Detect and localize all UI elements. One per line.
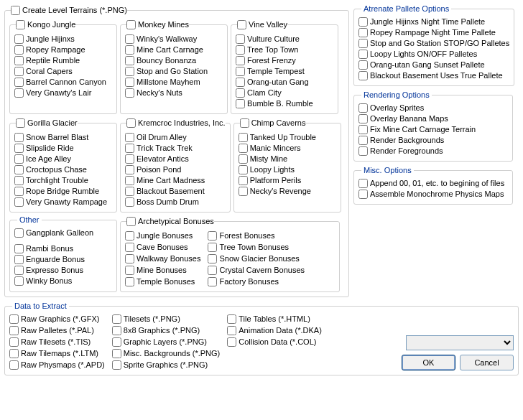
level-enguarde-bonus-check[interactable]: Enguarde Bonus [14, 254, 112, 264]
bonus-forest-bonuses-check[interactable]: Forest Bonuses [208, 230, 305, 241]
level-boss-dumb-drum-check[interactable]: Boss Dumb Drum [125, 197, 226, 207]
level-rambi-bonus-check[interactable]: Rambi Bonus [14, 243, 112, 253]
world-vine-valley-check[interactable]: Vine Valley [237, 19, 287, 29]
level-expresso-bonus-label: Expresso Bonus [26, 265, 83, 275]
extract-misc-backgrounds-png-check[interactable]: Misc. Backgrounds (*.PNG) [112, 348, 220, 358]
level-torchlight-trouble-check[interactable]: Torchlight Trouble [14, 175, 112, 185]
bonus-factory-bonuses-check[interactable]: Factory Bonuses [208, 276, 305, 286]
bonus-mine-bonuses-check[interactable]: Mine Bonuses [125, 265, 200, 275]
level-expresso-bonus-check[interactable]: Expresso Bonus [14, 265, 112, 275]
extract-raw-graphics-gfx-check[interactable]: Raw Graphics (*.GFX) [9, 314, 105, 324]
misc-options-title: Misc. Options [361, 166, 414, 174]
level-slipslide-ride-check[interactable]: Slipslide Ride [14, 143, 112, 153]
level-blackout-basement-check[interactable]: Blackout Basement [125, 186, 226, 196]
render-fix-mine-cart-carnage-terrain-check[interactable]: Fix Mine Cart Carnage Terrain [358, 124, 508, 134]
extract-raw-palletes-pal-check[interactable]: Raw Palletes (*.PAL) [9, 325, 105, 335]
level-necky-s-revenge-check[interactable]: Necky's Revenge [239, 186, 336, 196]
extract-8x8-graphics-png-check[interactable]: 8x8 Graphics (*.PNG) [112, 325, 220, 335]
palette-ropey-rampage-night-time-pallete-check[interactable]: Ropey Rampage Night Time Pallete [358, 27, 509, 37]
world-kongo-jungle-check[interactable]: Kongo Jungle [16, 19, 75, 29]
level-millstone-mayhem-check[interactable]: Millstone Mayhem [125, 77, 223, 87]
bonus-temple-bonuses-check[interactable]: Temple Bonuses [125, 276, 200, 286]
extract-animation-data-dka-check[interactable]: Animation Data (*.DKA) [227, 325, 322, 335]
level-rope-bridge-rumble-check[interactable]: Rope Bridge Rumble [14, 186, 112, 196]
level-tree-top-town-check[interactable]: Tree Top Town [236, 45, 333, 55]
level-jungle-hijinxs-check[interactable]: Jungle Hijinxs [14, 34, 112, 44]
extract-graphic-layers-png-check[interactable]: Graphic Layers (*.PNG) [112, 337, 220, 347]
level-winky-s-walkway-check[interactable]: Winky's Walkway [125, 34, 223, 44]
level-winky-bonus-check[interactable]: Winky Bonus [14, 276, 112, 286]
level-ice-age-alley-check[interactable]: Ice Age Alley [14, 154, 112, 164]
create-level-terrains-check[interactable]: Create Level Terrains (*.PNG) [11, 5, 127, 15]
level-misty-mine-check[interactable]: Misty Mine [239, 154, 336, 164]
level-boss-dumb-drum-label: Boss Dumb Drum [136, 197, 199, 207]
level-bumble-b-rumble-check[interactable]: Bumble B. Rumble [236, 98, 333, 108]
level-tanked-up-trouble-check[interactable]: Tanked Up Trouble [239, 132, 336, 142]
level-loopy-lights-check[interactable]: Loopy Lights [239, 164, 336, 174]
bonus-walkway-bonuses-check[interactable]: Walkway Bonuses [125, 253, 200, 263]
level-trick-track-trek-check[interactable]: Trick Track Trek [125, 143, 226, 153]
level-barrel-cannon-canyon-check[interactable]: Barrel Cannon Canyon [14, 77, 112, 87]
extract-raw-tilesets-tis-check[interactable]: Raw Tilesets (*.TIS) [9, 337, 105, 347]
output-combo[interactable] [406, 335, 514, 350]
level-bumble-b-rumble-label: Bumble B. Rumble [247, 98, 313, 108]
level-elevator-antics-check[interactable]: Elevator Antics [125, 154, 226, 164]
bonus-jungle-bonuses-check[interactable]: Jungle Bonuses [125, 230, 200, 241]
level-clam-city-check[interactable]: Clam City [236, 88, 333, 98]
cancel-button[interactable]: Cancel [460, 355, 514, 370]
level-stop-and-go-station-check[interactable]: Stop and Go Station [125, 66, 223, 76]
level-poison-pond-check[interactable]: Poison Pond [125, 164, 226, 174]
bonus-snow-glacier-bonuses-check[interactable]: Snow Glacier Bonuses [208, 253, 305, 263]
level-oil-drum-alley-check[interactable]: Oil Drum Alley [125, 132, 226, 142]
misc-assemble-monochrome-physics-maps-check[interactable]: Assemble Monochrome Physics Maps [358, 189, 508, 199]
level-orang-utan-gang-check[interactable]: Orang-utan Gang [236, 77, 333, 87]
palette-blackout-basement-uses-true-pallete-label: Blackout Basement Uses True Pallete [370, 70, 503, 80]
level-ropey-rampage-check[interactable]: Ropey Rampage [14, 45, 112, 55]
world-kremcroc-industries-inc-check[interactable]: Kremcroc Industries, Inc. [126, 118, 226, 128]
level-mine-cart-madness-check[interactable]: Mine Cart Madness [125, 175, 226, 185]
ok-button[interactable]: OK [402, 355, 455, 370]
level-snow-barrel-blast-check[interactable]: Snow Barrel Blast [14, 132, 112, 142]
level-very-gnawty-s-lair-check[interactable]: Very Gnawty's Lair [14, 88, 112, 98]
level-very-gnawty-rampage-check[interactable]: Very Gnawty Rampage [14, 197, 112, 207]
level-coral-capers-check[interactable]: Coral Capers [14, 66, 112, 76]
level-croctopus-chase-check[interactable]: Croctopus Chase [14, 164, 112, 174]
world-gorilla-glacier-check[interactable]: Gorilla Glacier [16, 118, 78, 128]
level-platform-perils-check[interactable]: Platform Perils [239, 175, 336, 185]
level-gangplank-galleon-check[interactable]: Gangplank Galleon [14, 228, 112, 238]
palette-orang-utan-gang-sunset-pallete-check[interactable]: Orang-utan Gang Sunset Pallete [358, 60, 509, 70]
bonus-cave-bonuses-check[interactable]: Cave Bonuses [125, 242, 200, 252]
palette-jungle-hijinxs-night-time-pallete-check[interactable]: Jungle Hijinxs Night Time Pallete [358, 17, 509, 27]
extract-sprite-graphics-png-check[interactable]: Sprite Graphics (*.PNG) [112, 360, 220, 370]
level-necky-s-nuts-label: Necky's Nuts [136, 88, 182, 98]
extract-tilesets-png-check[interactable]: Tilesets (*.PNG) [112, 314, 220, 324]
bonus-crystal-cavern-bonuses-check[interactable]: Crystal Cavern Bonuses [208, 265, 305, 275]
palette-stop-and-go-station-stop-go-palletes-check[interactable]: Stop and Go Station STOP/GO Palletes [358, 38, 509, 48]
misc-append-00-01-etc-to-begining-of-files-check[interactable]: Append 00, 01, etc. to begining of files [358, 178, 508, 188]
level-bouncy-bonanza-check[interactable]: Bouncy Bonanza [125, 55, 223, 65]
render-render-backgrounds-check[interactable]: Render Backgrounds [358, 135, 508, 145]
level-vulture-culture-check[interactable]: Vulture Culture [236, 34, 333, 44]
world-chimp-caverns-check[interactable]: Chimp Caverns [240, 118, 306, 128]
extract-raw-physmaps-apd-check[interactable]: Raw Physmaps (*.APD) [9, 360, 105, 370]
bonus-forest-bonuses-label: Forest Bonuses [219, 230, 274, 241]
level-necky-s-nuts-check[interactable]: Necky's Nuts [125, 88, 223, 98]
world-monkey-mines-check[interactable]: Monkey Mines [126, 19, 189, 29]
extract-collision-data-col-check[interactable]: Collision Data (*.COL) [227, 337, 322, 347]
palette-loopy-lights-on-off-palletes-check[interactable]: Loopy Lights ON/OFF Palletes [358, 49, 509, 59]
palette-blackout-basement-uses-true-pallete-check[interactable]: Blackout Basement Uses True Pallete [358, 70, 509, 80]
bonus-tree-town-bonuses-check[interactable]: Tree Town Bonuses [208, 242, 305, 252]
render-overlay-sprites-check[interactable]: Overlay Sprites [358, 103, 508, 113]
render-overlay-banana-maps-check[interactable]: Overlay Banana Maps [358, 113, 508, 123]
extract-tile-tables-html-check[interactable]: Tile Tables (*.HTML) [227, 314, 322, 324]
world-vine-valley-group: Vine ValleyVulture CultureTree Top TownF… [231, 19, 338, 114]
level-temple-tempest-check[interactable]: Temple Tempest [236, 66, 333, 76]
world-kremcroc-industries-inc-group: Kremcroc Industries, Inc.Oil Drum AlleyT… [120, 117, 231, 213]
level-mine-cart-carnage-check[interactable]: Mine Cart Carnage [125, 45, 223, 55]
render-render-foregrounds-check[interactable]: Render Foregrounds [358, 146, 508, 156]
level-reptile-rumble-check[interactable]: Reptile Rumble [14, 55, 112, 65]
level-manic-mincers-check[interactable]: Manic Mincers [239, 143, 336, 153]
extract-raw-tilemaps-ltm-check[interactable]: Raw Tilemaps (*.LTM) [9, 348, 105, 358]
level-forest-frenzy-check[interactable]: Forest Frenzy [236, 55, 333, 65]
bonuses-check[interactable]: Archetypical Bonuses [126, 216, 214, 226]
